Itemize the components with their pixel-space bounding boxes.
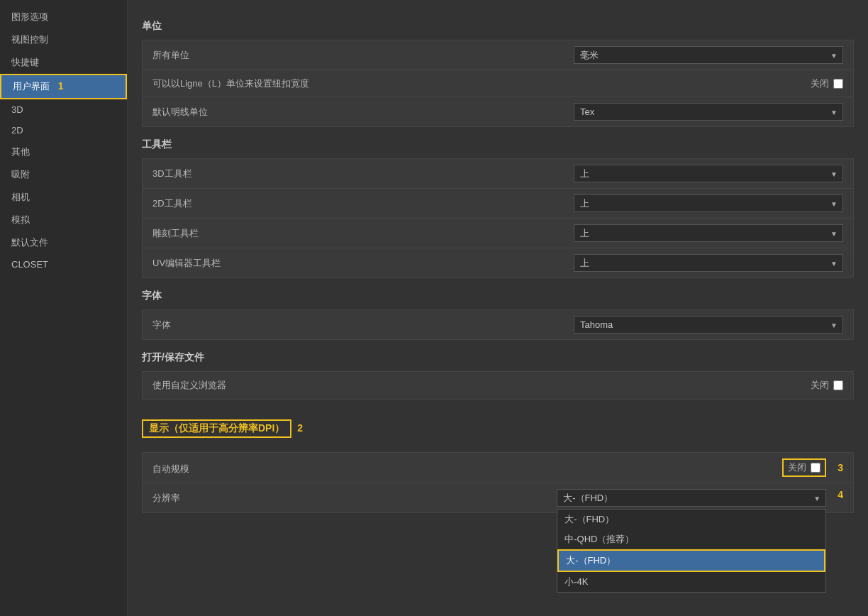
toolbar-2d-label: 2D工具栏 <box>152 197 574 210</box>
toolbar-2d-select[interactable]: 上下左右 <box>574 194 843 212</box>
toolbar-panel: 3D工具栏 上下左右 2D工具栏 上下左右 雕刻工具栏 <box>142 158 854 278</box>
all-units-row: 所有单位 毫米 英寸 厘米 <box>143 40 853 70</box>
stitch-unit-select[interactable]: Tex 毫米 英寸 <box>574 103 843 121</box>
annotation-3: 3 <box>838 462 843 473</box>
annotation-1: 1 <box>58 80 64 92</box>
all-units-control: 毫米 英寸 厘米 <box>574 46 843 64</box>
font-section-title: 字体 <box>142 290 854 302</box>
ligne-units-label: 可以以Ligne（L）单位来设置纽扣宽度 <box>152 77 811 90</box>
resolution-label: 分辨率 <box>152 489 557 505</box>
default-stitch-unit-row: 默认明线单位 Tex 毫米 英寸 <box>143 97 853 126</box>
resolution-control: 大-（FHD） 大-（FHD） 中-QHD（推荐） 大-（FHD） 小-4K <box>557 489 826 507</box>
toolbar-sculpt-row: 雕刻工具栏 上下左右 <box>143 219 853 248</box>
font-label: 字体 <box>152 319 574 331</box>
font-panel: 字体 Tahoma Arial Microsoft YaHei <box>142 309 854 340</box>
sidebar-item-3d[interactable]: 3D <box>0 99 127 120</box>
ligne-units-row: 可以以Ligne（L）单位来设置纽扣宽度 关闭 <box>143 70 853 97</box>
default-stitch-unit-control: Tex 毫米 英寸 <box>574 103 843 121</box>
sidebar-item-closet[interactable]: CLOSET <box>0 254 127 275</box>
all-units-select-wrapper: 毫米 英寸 厘米 <box>574 46 843 64</box>
font-select-wrapper: Tahoma Arial Microsoft YaHei <box>574 316 843 334</box>
all-units-select[interactable]: 毫米 英寸 厘米 <box>574 46 843 64</box>
toolbar-2d-row: 2D工具栏 上下左右 <box>143 189 853 219</box>
all-units-label: 所有单位 <box>152 49 574 62</box>
toolbar-3d-select-wrapper: 上下左右 <box>574 165 843 182</box>
display-section-header-row: 显示（仅适用于高分辨率DPI） 2 <box>142 411 854 445</box>
sidebar-item-camera[interactable]: 相机 <box>0 186 127 209</box>
stitch-unit-select-wrapper: Tex 毫米 英寸 <box>574 103 843 121</box>
ligne-units-control: 关闭 <box>811 77 843 90</box>
sidebar: 图形选项 视图控制 快捷键 用户界面 1 3D 2D 其他 吸附 相机 模拟 默… <box>0 0 128 616</box>
resolution-row: 分辨率 大-（FHD） 大-（FHD） 中-QHD（推荐） 大-（FHD） 小-… <box>143 483 853 512</box>
sidebar-item-other[interactable]: 其他 <box>0 141 127 163</box>
resolution-option-qhd[interactable]: 中-QHD（推荐） <box>557 529 825 549</box>
file-section-title: 打开/保存文件 <box>142 351 854 364</box>
units-section-title: 单位 <box>142 20 854 33</box>
file-panel: 使用自定义浏览器 关闭 <box>142 371 854 400</box>
toolbar-uv-label: UV编辑器工具栏 <box>152 257 574 270</box>
custom-browser-row: 使用自定义浏览器 关闭 <box>143 372 853 399</box>
toolbar-section-title: 工具栏 <box>142 138 854 151</box>
autoscale-checkbox[interactable] <box>811 463 820 473</box>
ligne-checkbox-label[interactable]: 关闭 <box>811 77 843 90</box>
main-content: 单位 所有单位 毫米 英寸 厘米 可以以Ligne（L）单位来设置纽扣宽度 关闭 <box>128 0 868 616</box>
units-panel: 所有单位 毫米 英寸 厘米 可以以Ligne（L）单位来设置纽扣宽度 关闭 <box>142 40 854 127</box>
autoscale-label: 自动规模 <box>152 460 782 475</box>
custom-browser-label: 使用自定义浏览器 <box>152 379 811 392</box>
toolbar-sculpt-label: 雕刻工具栏 <box>152 227 574 240</box>
autoscale-row: 自动规模 关闭 3 <box>143 453 853 483</box>
sidebar-item-user-interface[interactable]: 用户界面 1 <box>0 74 127 99</box>
display-panel: 自动规模 关闭 3 分辨率 大-（FHD） <box>142 452 854 513</box>
resolution-option-fhd-selected[interactable]: 大-（FHD） <box>557 549 825 572</box>
toolbar-sculpt-select[interactable]: 上下左右 <box>574 224 843 242</box>
default-stitch-unit-label: 默认明线单位 <box>152 106 574 119</box>
annotation-2: 2 <box>297 422 303 434</box>
font-select[interactable]: Tahoma Arial Microsoft YaHei <box>574 316 843 334</box>
toolbar-2d-select-wrapper: 上下左右 <box>574 194 843 212</box>
toolbar-3d-label: 3D工具栏 <box>152 167 574 180</box>
toolbar-3d-row: 3D工具栏 上下左右 <box>143 159 853 189</box>
sidebar-item-shortcuts[interactable]: 快捷键 <box>0 51 127 74</box>
sidebar-item-graphics[interactable]: 图形选项 <box>0 6 127 28</box>
annotation-4: 4 <box>838 489 843 500</box>
toolbar-uv-row: UV编辑器工具栏 上下左右 <box>143 248 853 277</box>
resolution-option-4k[interactable]: 小-4K <box>557 572 825 592</box>
toolbar-uv-select[interactable]: 上下左右 <box>574 254 843 272</box>
resolution-select-wrapper: 大-（FHD） <box>557 489 826 507</box>
toolbar-uv-select-wrapper: 上下左右 <box>574 254 843 272</box>
sidebar-item-2d[interactable]: 2D <box>0 120 127 141</box>
custom-browser-checkbox[interactable] <box>833 380 843 390</box>
display-section-title: 显示（仅适用于高分辨率DPI） <box>142 419 291 438</box>
resolution-dropdown: 大-（FHD） 中-QHD（推荐） 大-（FHD） 小-4K <box>557 509 826 593</box>
resolution-option-fhd-large[interactable]: 大-（FHD） <box>557 510 825 529</box>
autoscale-highlighted-control: 关闭 <box>782 458 826 477</box>
ligne-checkbox[interactable] <box>833 79 843 89</box>
sidebar-item-snap[interactable]: 吸附 <box>0 163 127 186</box>
toolbar-3d-select[interactable]: 上下左右 <box>574 165 843 182</box>
toolbar-sculpt-select-wrapper: 上下左右 <box>574 224 843 242</box>
autoscale-checkbox-label[interactable]: 关闭 <box>788 461 820 474</box>
resolution-select[interactable]: 大-（FHD） <box>557 489 826 507</box>
font-row: 字体 Tahoma Arial Microsoft YaHei <box>143 310 853 339</box>
sidebar-item-simulate[interactable]: 模拟 <box>0 209 127 231</box>
sidebar-item-view-control[interactable]: 视图控制 <box>0 28 127 51</box>
custom-browser-checkbox-label[interactable]: 关闭 <box>811 379 843 392</box>
sidebar-item-default-files[interactable]: 默认文件 <box>0 231 127 254</box>
